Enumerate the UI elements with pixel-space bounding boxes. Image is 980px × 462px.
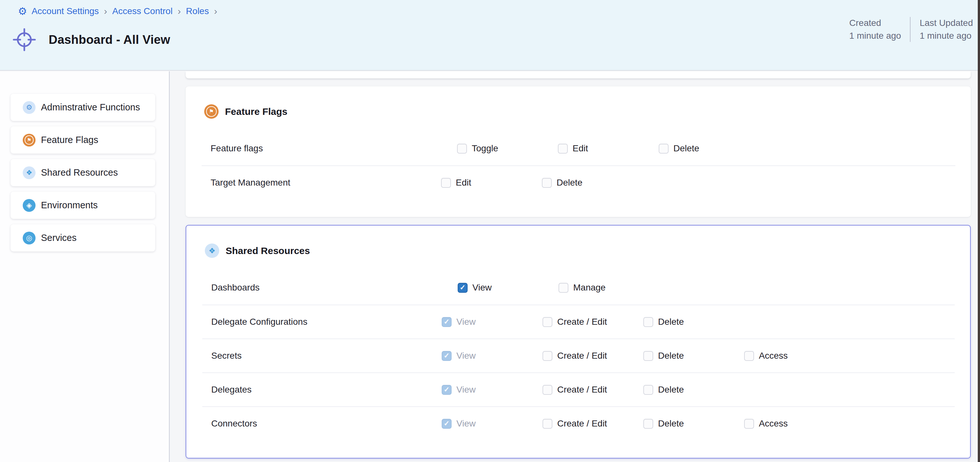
permission-cell: Create / Edit — [542, 419, 643, 429]
settings-gear-icon: ⚙ — [18, 6, 27, 16]
chevron-right-icon: › — [177, 6, 181, 17]
permission-label: Create / Edit — [557, 317, 607, 327]
permission-label: Delete — [658, 384, 684, 395]
permission-checkbox[interactable] — [542, 419, 552, 429]
permissions-panel: ⚑ Feature Flags Feature flags Toggle Edi… — [170, 71, 980, 462]
permission-cell: ✓ View — [442, 384, 542, 395]
permission-checkbox[interactable] — [542, 351, 552, 361]
services-icon: ◎ — [23, 232, 35, 244]
meta-block: Created 1 minute ago Last Updated 1 minu… — [850, 17, 973, 42]
section-header: ❖ Shared Resources — [186, 225, 970, 258]
sidebar-item-adminstrative-functions[interactable]: ⚙ Adminstrative Functions — [11, 94, 155, 121]
permission-label: Create / Edit — [557, 419, 607, 429]
permission-checkbox[interactable] — [643, 419, 653, 429]
permission-label: View — [457, 384, 476, 395]
permission-row: Target Management Edit Delete — [202, 165, 955, 199]
permission-cell: ✓ View — [458, 283, 558, 293]
section-card-feature-flags: ⚑ Feature Flags Feature flags Toggle Edi… — [186, 86, 971, 217]
permission-checkbox[interactable] — [441, 178, 451, 188]
permission-checkbox[interactable] — [643, 317, 653, 327]
permission-cell: Access — [744, 419, 845, 429]
icon-glyph: ⚑ — [209, 109, 214, 114]
permission-checkbox[interactable] — [542, 317, 552, 327]
sidebar-item-shared-resources[interactable]: ❖ Shared Resources — [11, 159, 155, 186]
permission-checkbox[interactable] — [744, 419, 754, 429]
permission-label: View — [457, 419, 476, 429]
resource-label: Delegates — [211, 384, 442, 395]
sidebar-item-label: Shared Resources — [41, 167, 118, 178]
permission-cell: ✓ View — [442, 419, 542, 429]
permission-cell: Access — [744, 351, 845, 361]
permission-checkbox[interactable] — [542, 178, 552, 188]
breadcrumb-link[interactable]: Access Control — [112, 6, 172, 16]
permission-cell: Create / Edit — [542, 351, 643, 361]
gear-icon: ⚙ — [23, 101, 35, 114]
permission-cell: Edit — [441, 178, 542, 188]
permission-label: Delete — [673, 143, 699, 154]
permission-label: View — [457, 317, 476, 327]
breadcrumb-link[interactable]: Roles — [186, 6, 209, 16]
permission-label: Edit — [573, 143, 588, 154]
permission-checkbox[interactable] — [542, 385, 552, 395]
sidebar-item-services[interactable]: ◎ Services — [11, 224, 155, 251]
permission-checkbox[interactable] — [643, 385, 653, 395]
permission-row: Delegates ✓ View Create / Edit Delete — [202, 372, 955, 406]
permission-row: Connectors ✓ View Create / Edit Delete A… — [202, 406, 955, 440]
last-updated-value: 1 minute ago — [920, 29, 973, 42]
permission-label: Create / Edit — [557, 384, 607, 395]
permission-cell: Delete — [643, 317, 744, 327]
permission-label: Delete — [658, 317, 684, 327]
permission-cell: Delete — [643, 384, 744, 395]
permission-label: Delete — [557, 178, 582, 188]
created-value: 1 minute ago — [850, 29, 901, 42]
resource-label: Target Management — [211, 178, 441, 188]
breadcrumb-link[interactable]: Account Settings — [32, 6, 99, 16]
permission-checkbox[interactable] — [558, 144, 568, 154]
created-label: Created — [850, 17, 901, 29]
section-card-shared-resources: ❖ Shared Resources Dashboards ✓ View Man… — [186, 225, 971, 459]
shared-resources-icon: ❖ — [205, 243, 219, 258]
permission-row: Dashboards ✓ View Manage — [186, 271, 970, 305]
flag-icon: ⚑ — [204, 104, 219, 119]
permission-label: Access — [759, 419, 788, 429]
resource-group-sidebar: ⚙ Adminstrative Functions ⚑ Feature Flag… — [0, 71, 170, 462]
permission-label: Manage — [573, 283, 606, 293]
resource-label: Connectors — [211, 419, 442, 429]
permission-label: Delete — [658, 419, 684, 429]
scrollbar-track[interactable] — [978, 0, 980, 462]
permission-cell: Delete — [643, 419, 744, 429]
permission-cell: Delete — [542, 178, 643, 188]
sidebar-item-feature-flags[interactable]: ⚑ Feature Flags — [11, 126, 155, 154]
section-title: Feature Flags — [225, 106, 287, 117]
permission-checkbox[interactable] — [659, 144, 668, 154]
flag-icon: ⚑ — [23, 134, 35, 146]
permission-checkbox[interactable] — [558, 283, 568, 293]
section-title: Shared Resources — [226, 245, 310, 256]
permission-label: Delete — [658, 351, 684, 361]
role-crosshair-icon — [12, 27, 37, 52]
sidebar-item-environments[interactable]: ◈ Environments — [11, 192, 155, 219]
permission-checkbox[interactable] — [643, 351, 653, 361]
permission-checkbox[interactable] — [744, 351, 754, 361]
permission-label: Toggle — [472, 143, 498, 154]
resource-label: Dashboards — [211, 283, 458, 293]
permission-checkbox[interactable] — [457, 144, 467, 154]
last-updated-label: Last Updated — [920, 17, 973, 29]
permission-checkbox: ✓ — [442, 385, 452, 395]
permission-checkbox: ✓ — [442, 419, 452, 429]
permission-cell: Toggle — [457, 143, 558, 154]
breadcrumb: ⚙ Account Settings›Access Control›Roles› — [18, 6, 218, 17]
resource-label: Feature flags — [211, 143, 457, 154]
permission-cell: Create / Edit — [542, 317, 643, 327]
chevron-right-icon: › — [103, 6, 108, 17]
environments-icon: ◈ — [23, 199, 35, 212]
permission-cell: Edit — [558, 143, 659, 154]
sidebar-item-label: Services — [41, 233, 76, 243]
created-block: Created 1 minute ago — [850, 17, 901, 42]
permission-checkbox[interactable]: ✓ — [458, 283, 468, 293]
resource-label: Delegate Configurations — [211, 317, 442, 327]
page-title: Dashboard - All View — [49, 33, 170, 47]
resource-label: Secrets — [211, 351, 442, 361]
permission-cell: Manage — [558, 283, 659, 293]
sidebar-item-label: Adminstrative Functions — [41, 102, 140, 113]
